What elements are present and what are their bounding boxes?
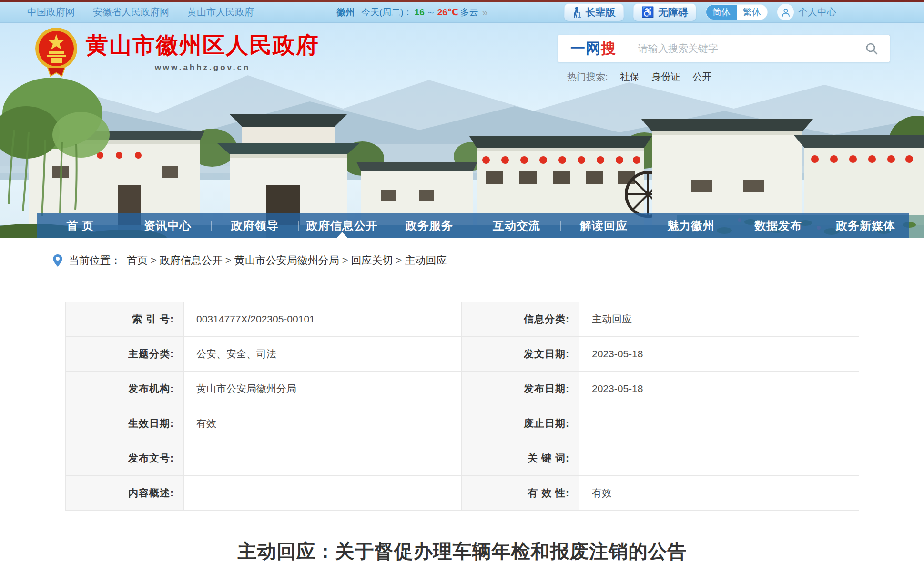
nav-item[interactable]: 政务服务	[386, 213, 473, 238]
search-icon	[865, 42, 878, 55]
info-value	[184, 441, 462, 476]
hot-search-label: 热门搜索:	[567, 70, 608, 83]
weather-condition: 多云	[460, 6, 478, 19]
search-block: 一网 搜 热门搜索: 社保身份证公开	[558, 35, 890, 83]
personal-center-label: 个人中心	[798, 6, 836, 19]
info-value	[579, 406, 859, 441]
nav-item[interactable]: 政府信息公开	[298, 213, 386, 238]
info-label: 主题分类:	[66, 337, 184, 372]
search-button[interactable]	[861, 42, 890, 55]
weather-widget[interactable]: 徽州 今天(周二)： 16 ～ 26℃ 多云 »	[336, 6, 488, 19]
banner: 黄山市徽州区人民政府 www.ahhz.gov.cn 一网 搜	[0, 23, 924, 238]
info-value: 2023-05-18	[579, 337, 859, 372]
weather-day-label: 今天(周二)：	[361, 6, 413, 19]
breadcrumb-item[interactable]: 黄山市公安局徽州分局	[234, 254, 339, 266]
info-table: 索 引 号:00314777X/202305-00101信息分类:主动回应主题分…	[65, 302, 859, 511]
site-title: 黄山市徽州区人民政府	[86, 32, 319, 58]
accessibility-label: 无障碍	[658, 6, 688, 19]
info-label: 发文日期:	[462, 337, 579, 372]
info-label: 关 键 词:	[462, 441, 579, 476]
info-value: 有效	[579, 476, 859, 511]
weather-city: 徽州	[336, 6, 355, 19]
wheelchair-icon: ♿	[641, 7, 654, 18]
info-label: 发布文号:	[66, 441, 184, 476]
breadcrumb-separator: >	[342, 254, 348, 266]
breadcrumb: 当前位置： 首页>政府信息公开>黄山市公安局徽州分局>回应关切>主动回应	[48, 238, 877, 281]
site-url: www.ahhz.gov.cn	[155, 63, 251, 72]
national-emblem-logo	[34, 27, 78, 77]
info-label: 有 效 性:	[462, 476, 579, 511]
lang-simplified-button[interactable]: 简体	[706, 5, 737, 20]
site-logo-block: 黄山市徽州区人民政府 www.ahhz.gov.cn	[34, 27, 319, 77]
search-input[interactable]	[616, 43, 861, 54]
info-value: 公安、安全、司法	[184, 337, 462, 372]
elder-icon	[572, 7, 582, 18]
search-brand-blue: 一网	[570, 39, 601, 59]
info-value	[579, 441, 859, 476]
breadcrumb-item[interactable]: 首页	[127, 254, 148, 266]
info-value	[184, 476, 462, 511]
location-pin-icon	[52, 254, 63, 267]
nav-item[interactable]: 魅力徽州	[648, 213, 735, 238]
top-actions: 长辈版 ♿ 无障碍 简体 繁体 个人中心	[564, 3, 924, 21]
hot-search-row: 热门搜索: 社保身份证公开	[558, 70, 890, 83]
nav-item[interactable]: 数据发布	[735, 213, 822, 238]
nav-item[interactable]: 解读回应	[560, 213, 648, 238]
weather-tilde: ～	[426, 6, 436, 19]
url-rule-right	[257, 68, 299, 68]
hot-search-term-0[interactable]: 社保	[620, 70, 640, 83]
search-brand: 一网 搜	[558, 39, 616, 59]
breadcrumb-separator: >	[225, 254, 232, 266]
info-label: 信息分类:	[462, 302, 579, 337]
nav-item[interactable]: 互动交流	[473, 213, 560, 238]
info-label: 废止日期:	[462, 406, 579, 441]
main-nav: 首 页资讯中心政府领导政府信息公开政务服务互动交流解读回应魅力徽州数据发布政务新…	[37, 213, 909, 238]
info-label: 内容概述:	[66, 476, 184, 511]
breadcrumb-item[interactable]: 政府信息公开	[160, 254, 223, 266]
nav-item[interactable]: 资讯中心	[124, 213, 211, 238]
lang-traditional-button[interactable]: 繁体	[737, 5, 767, 20]
top-utility-bar: 中国政府网安徽省人民政府网黄山市人民政府 徽州 今天(周二)： 16 ～ 26℃…	[0, 2, 924, 23]
top-link-0[interactable]: 中国政府网	[27, 6, 75, 19]
user-icon	[777, 4, 794, 20]
breadcrumb-separator: >	[151, 254, 157, 266]
top-link-1[interactable]: 安徽省人民政府网	[93, 6, 169, 19]
weather-temp-low: 16	[415, 7, 425, 18]
site-url-row: www.ahhz.gov.cn	[106, 63, 299, 72]
info-value: 主动回应	[579, 302, 859, 337]
breadcrumb-label: 当前位置：	[69, 253, 121, 268]
info-value: 00314777X/202305-00101	[184, 302, 462, 337]
search-brand-red: 搜	[601, 39, 616, 59]
breadcrumb-item[interactable]: 回应关切	[351, 254, 393, 266]
breadcrumb-items: 首页>政府信息公开>黄山市公安局徽州分局>回应关切>主动回应	[127, 253, 447, 268]
breadcrumb-separator: >	[396, 254, 402, 266]
info-value: 有效	[184, 406, 462, 441]
nav-item[interactable]: 政务新媒体	[822, 213, 909, 238]
breadcrumb-item: 主动回应	[405, 254, 447, 266]
elder-version-button[interactable]: 长辈版	[564, 3, 624, 21]
info-label: 发布日期:	[462, 372, 579, 406]
url-rule-left	[106, 68, 148, 68]
top-link-2[interactable]: 黄山市人民政府	[187, 6, 254, 19]
weather-temp-high: 26℃	[437, 7, 458, 18]
nav-item[interactable]: 政府领导	[211, 213, 298, 238]
info-value: 黄山市公安局徽州分局	[184, 372, 462, 406]
info-label: 生效日期:	[66, 406, 184, 441]
hot-search-term-1[interactable]: 身份证	[652, 70, 680, 83]
page: 中国政府网安徽省人民政府网黄山市人民政府 徽州 今天(周二)： 16 ～ 26℃…	[0, 0, 924, 573]
elder-version-label: 长辈版	[586, 6, 616, 19]
accessibility-button[interactable]: ♿ 无障碍	[633, 3, 696, 21]
info-label: 发布机构:	[66, 372, 184, 406]
article-title: 主动回应：关于督促办理车辆年检和报废注销的公告	[48, 538, 877, 564]
hot-search-term-2[interactable]: 公开	[693, 70, 712, 83]
info-label: 索 引 号:	[66, 302, 184, 337]
nav-item[interactable]: 首 页	[37, 213, 124, 238]
search-box: 一网 搜	[558, 35, 890, 62]
language-toggle: 简体 繁体	[706, 4, 768, 20]
content-container: 当前位置： 首页>政府信息公开>黄山市公安局徽州分局>回应关切>主动回应 索 引…	[48, 238, 877, 564]
info-value: 2023-05-18	[579, 372, 859, 406]
main-nav-list: 首 页资讯中心政府领导政府信息公开政务服务互动交流解读回应魅力徽州数据发布政务新…	[37, 213, 909, 238]
weather-more-icon[interactable]: »	[482, 7, 488, 18]
top-links: 中国政府网安徽省人民政府网黄山市人民政府	[0, 6, 254, 19]
personal-center-button[interactable]: 个人中心	[777, 4, 836, 20]
